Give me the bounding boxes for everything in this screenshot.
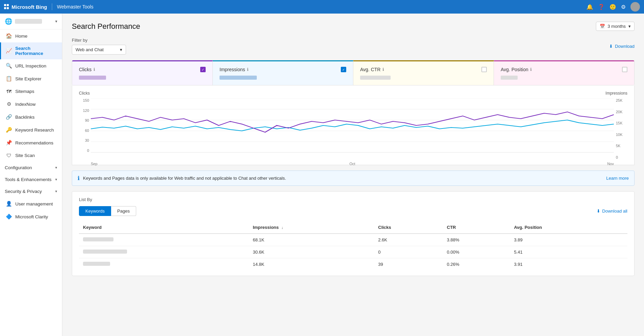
avg-ctr-value-bar (360, 76, 391, 80)
metric-clicks-name-row: Clicks ℹ (79, 67, 95, 72)
sidebar-item-home[interactable]: 🏠 Home (0, 29, 62, 42)
sidebar-item-recommendations-label: Recommendations (15, 140, 54, 145)
table-row: 14.8K 39 0.26% 3.91 (79, 258, 627, 271)
content-area: Search Performance 📅 3 months ▾ Filter b… (62, 14, 644, 336)
y-left-90: 90 (79, 118, 89, 122)
notification-icon[interactable]: 🔔 (586, 4, 593, 10)
tab-pages[interactable]: Pages (111, 206, 136, 216)
sidebar-item-home-label: Home (15, 34, 27, 39)
avg-position-checkbox[interactable] (622, 67, 627, 72)
sidebar-section-security[interactable]: Security & Privacy ▾ (0, 185, 62, 197)
filter-row: Filter by Web and Chat ▾ ⬇ Download (72, 38, 635, 55)
sidebar-item-keyword-research[interactable]: 🔑 Keyword Research (0, 123, 62, 136)
metric-card-avg-position-header: Avg. Position ℹ (501, 67, 627, 72)
clicks-checkbox[interactable]: ✓ (200, 67, 206, 72)
filter-dropdown[interactable]: Web and Chat ▾ (72, 45, 126, 55)
metric-card-impressions: Impressions ℹ ✓ (213, 60, 353, 85)
sidebar-domain-selector[interactable]: 🌐 ▾ (0, 14, 62, 29)
metric-avg-position-name-row: Avg. Position ℹ (501, 67, 532, 72)
topbar-icons: 🔔 ❓ 🙂 ⚙ (586, 2, 640, 12)
download-label: Download (615, 44, 635, 49)
settings-icon[interactable]: ⚙ (621, 4, 626, 10)
chart-wrap: 150 120 90 60 30 0 25K 20K 15K 10K 5K 0 (79, 98, 627, 159)
chart-legend: Clicks Impressions (79, 91, 627, 96)
y-left-120: 120 (79, 108, 89, 113)
sidebar-item-indexnow[interactable]: ⚙ IndexNow (0, 98, 62, 111)
sidebar-item-user-management[interactable]: 👤 User management (0, 197, 62, 210)
download-button[interactable]: ⬇ Download (609, 44, 635, 49)
bing-wordmark: Microsoft Bing (12, 4, 47, 10)
sidebar-item-site-explorer[interactable]: 📋 Site Explorer (0, 72, 62, 85)
help-icon[interactable]: ❓ (598, 4, 605, 10)
keyword-blur-2 (83, 250, 127, 254)
sidebar-item-backlinks[interactable]: 🔗 Backlinks (0, 111, 62, 123)
chart-right-label: Impressions (605, 91, 627, 96)
app-title: Webmaster Tools (57, 4, 94, 9)
metric-card-avg-position: Avg. Position ℹ (494, 60, 634, 85)
y-right-0: 0 (616, 155, 627, 159)
metric-avg-ctr-name-row: Avg. CTR ℹ (360, 67, 384, 72)
col-impressions[interactable]: Impressions ↓ (249, 221, 374, 234)
sidebar-section-security-left: Security & Privacy (5, 189, 42, 194)
chart-left-label: Clicks (79, 91, 90, 96)
feedback-icon[interactable]: 🙂 (609, 4, 616, 10)
clicks-cell-1: 2.6K (374, 234, 443, 246)
learn-more-link[interactable]: Learn more (606, 176, 629, 181)
impressions-value-bar (220, 76, 257, 80)
tools-chevron-icon: ▾ (55, 177, 57, 182)
page-title: Search Performance (72, 22, 140, 31)
table-row: 68.1K 2.6K 3.88% 3.89 (79, 234, 627, 246)
calendar-icon: 📅 (600, 24, 605, 29)
sidebar-item-site-explorer-label: Site Explorer (15, 76, 41, 81)
chart-container: Clicks Impressions 150 120 90 60 30 0 25… (72, 85, 635, 165)
metric-card-avg-ctr-header: Avg. CTR ℹ (360, 67, 487, 72)
microsoft-clarity-icon: 🔷 (6, 214, 12, 220)
topbar: Microsoft Bing Webmaster Tools 🔔 ❓ 🙂 ⚙ (0, 0, 644, 14)
home-icon: 🏠 (6, 33, 12, 39)
clicks-line (91, 112, 614, 132)
avg-ctr-checkbox[interactable] (481, 67, 487, 72)
keyword-cell-1 (79, 234, 249, 246)
ctr-cell-1: 3.88% (443, 234, 510, 246)
avg-ctr-info-icon[interactable]: ℹ (382, 67, 384, 72)
keyword-blur-1 (83, 237, 113, 241)
sidebar-item-url-inspection[interactable]: 🔍 URL Inspection (0, 59, 62, 72)
sidebar-item-sitemaps[interactable]: 🗺 Sitemaps (0, 85, 62, 98)
avg-position-cell-3: 3.91 (510, 258, 627, 271)
avg-position-value-bar (501, 76, 518, 80)
download-all-button[interactable]: ⬇ Download all (597, 209, 627, 214)
metric-card-clicks: Clicks ℹ ✓ (72, 60, 213, 85)
sidebar-item-microsoft-clarity[interactable]: 🔷 Microsoft Clarity (0, 210, 62, 223)
avg-position-info-icon[interactable]: ℹ (530, 67, 532, 72)
user-avatar[interactable] (630, 2, 640, 12)
chart-y-labels-right: 25K 20K 15K 10K 5K 0 (615, 98, 627, 159)
topbar-logo: Microsoft Bing (4, 4, 47, 10)
chart-x-labels: Sep Oct Nov (91, 160, 614, 166)
impressions-line (91, 120, 614, 131)
x-label-oct: Oct (349, 162, 355, 166)
date-filter-label: 3 months (608, 24, 626, 29)
sidebar-item-indexnow-label: IndexNow (15, 102, 36, 107)
bing-grid-icon (4, 4, 9, 9)
sidebar-section-configuration[interactable]: Configuration ▾ (0, 162, 62, 174)
y-right-5k: 5K (616, 144, 627, 148)
sidebar-section-tools[interactable]: Tools & Enhancements ▾ (0, 174, 62, 185)
metric-card-impressions-header: Impressions ℹ ✓ (220, 67, 346, 72)
sidebar-item-recommendations[interactable]: 📌 Recommendations (0, 136, 62, 149)
indexnow-icon: ⚙ (6, 101, 12, 107)
y-left-60: 60 (79, 129, 89, 133)
sidebar-section-tools-left: Tools & Enhancements (5, 177, 51, 182)
sidebar-item-site-scan[interactable]: 🛡 Site Scan (0, 149, 62, 162)
keyword-blur-3 (83, 262, 110, 266)
date-filter-button[interactable]: 📅 3 months ▾ (596, 22, 635, 31)
impressions-info-icon[interactable]: ℹ (247, 67, 249, 72)
clicks-info-icon[interactable]: ℹ (94, 67, 95, 72)
sidebar-section-configuration-label: Configuration (5, 165, 32, 170)
tab-keywords[interactable]: Keywords (79, 206, 111, 216)
ctr-cell-2: 0.00% (443, 246, 510, 258)
metric-impressions-label: Impressions (220, 67, 245, 72)
sidebar-item-site-scan-label: Site Scan (15, 153, 35, 158)
sidebar-item-search-performance[interactable]: 📈 Search Performance (0, 42, 62, 59)
info-banner-text: Keywords and Pages data is only availabl… (83, 176, 286, 181)
impressions-checkbox[interactable]: ✓ (341, 67, 346, 72)
